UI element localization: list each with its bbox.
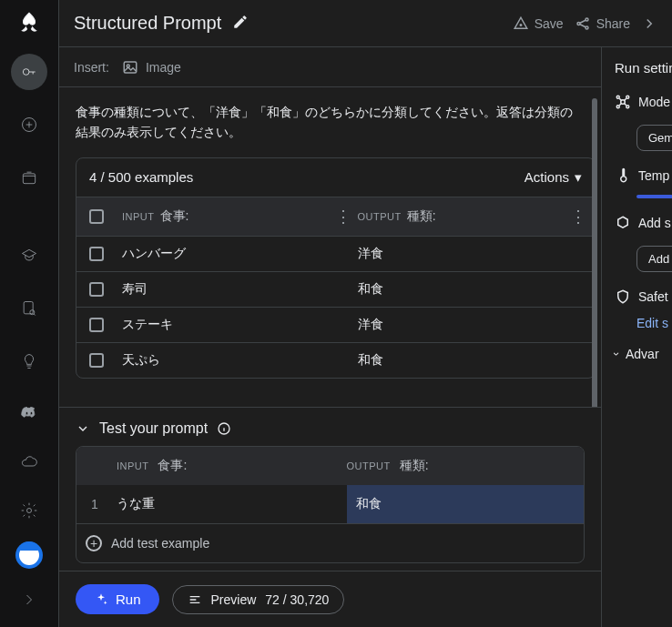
row-checkbox[interactable]: [89, 247, 104, 261]
insert-image-button[interactable]: Image: [122, 59, 181, 76]
nav-add-icon[interactable]: [11, 106, 47, 143]
example-output[interactable]: 和食: [352, 352, 570, 369]
examples-table: 4 / 500 examples Actions ▾ INPUT 食事:: [76, 157, 596, 379]
example-row[interactable]: ステーキ 洋食: [76, 307, 595, 342]
model-selector[interactable]: Gem: [636, 125, 672, 151]
chevron-icon: ›: [610, 352, 623, 356]
test-section: Test your prompt INPUT 食事: OUTPUT: [59, 407, 601, 571]
example-output[interactable]: 和食: [352, 281, 570, 298]
editor-area: Insert: Image 食事の種類について、「洋食」「和食」のどちらかに分類…: [59, 47, 601, 627]
advanced-label: Advar: [626, 347, 659, 361]
select-all-checkbox[interactable]: [89, 209, 104, 224]
insert-label: Insert:: [74, 60, 109, 75]
info-icon[interactable]: [217, 421, 231, 436]
run-bar: Run Preview 72 / 30,720: [59, 571, 601, 627]
test-row[interactable]: 1 うな重 和食: [76, 485, 584, 523]
test-input-cell[interactable]: うな重: [117, 496, 347, 512]
chevron-down-icon[interactable]: [76, 421, 90, 436]
nav-discord-icon[interactable]: [11, 396, 47, 432]
nav-lightbulb-icon[interactable]: [11, 343, 47, 379]
nav-key-icon[interactable]: [11, 54, 47, 90]
nav-archive-icon[interactable]: [11, 159, 47, 196]
page-title: Structured Prompt: [74, 13, 221, 34]
save-button[interactable]: Save: [513, 15, 564, 32]
share-button[interactable]: Share: [575, 15, 630, 32]
app-logo: [17, 11, 41, 37]
svg-point-0: [23, 69, 29, 76]
hexagon-icon: [615, 215, 631, 231]
svg-point-15: [626, 96, 629, 98]
nav-expand-icon[interactable]: [11, 581, 47, 618]
add-stop-button[interactable]: Add: [636, 246, 672, 272]
svg-point-5: [27, 509, 32, 513]
add-test-example-button[interactable]: + Add test example: [76, 523, 584, 562]
test-output-label: 種類:: [400, 458, 429, 472]
example-row[interactable]: 寿司 和食: [76, 271, 595, 307]
nav-settings-icon[interactable]: [11, 492, 47, 529]
settings-title: Run settin: [615, 60, 672, 76]
scrollbar-thumb[interactable]: [592, 98, 597, 407]
add-test-label: Add test example: [111, 536, 209, 551]
row-checkbox[interactable]: [89, 353, 104, 368]
examples-header-row: INPUT 食事: ⋮ OUTPUT 種類: ⋮: [76, 197, 595, 236]
actions-label: Actions: [524, 169, 569, 185]
example-row[interactable]: ハンバーグ 洋食: [76, 236, 595, 271]
examples-actions-menu[interactable]: Actions ▾: [524, 169, 582, 186]
share-label: Share: [596, 16, 630, 31]
nav-doc-search-icon[interactable]: [11, 290, 47, 327]
svg-rect-3: [24, 302, 33, 314]
test-output-cell: 和食: [347, 485, 585, 523]
edit-safety-link[interactable]: Edit s: [636, 316, 672, 330]
test-input-prefix: INPUT: [117, 460, 149, 471]
output-column-menu[interactable]: ⋮: [569, 207, 587, 227]
plus-icon: +: [86, 535, 102, 551]
example-input[interactable]: 寿司: [117, 281, 334, 298]
caret-down-icon: ▾: [575, 169, 582, 186]
preview-label: Preview: [211, 592, 257, 607]
test-input-label: 食事:: [158, 458, 187, 472]
svg-point-6: [520, 24, 522, 25]
advanced-toggle[interactable]: › Advar: [615, 347, 672, 361]
svg-point-16: [616, 106, 619, 108]
model-label: Mode: [638, 95, 670, 109]
nav-education-icon[interactable]: [11, 238, 47, 274]
input-column-label: 食事:: [160, 208, 189, 225]
shield-icon: [615, 288, 631, 305]
run-button[interactable]: Run: [76, 584, 159, 614]
svg-rect-10: [124, 62, 137, 73]
examples-count: 4 / 500 examples: [89, 169, 524, 185]
test-output-prefix: OUTPUT: [347, 460, 391, 471]
row-checkbox[interactable]: [89, 318, 104, 332]
token-count: 72 / 30,720: [265, 592, 329, 607]
example-input[interactable]: ハンバーグ: [117, 246, 334, 262]
main-panel: Structured Prompt Save Share Insert:: [58, 0, 672, 627]
insert-toolbar: Insert: Image: [59, 47, 601, 87]
test-table: INPUT 食事: OUTPUT 種類: 1 うな重 和食: [76, 446, 585, 563]
edit-title-button[interactable]: [232, 14, 249, 33]
safety-label: Safet: [638, 289, 668, 304]
temperature-slider[interactable]: [636, 195, 672, 198]
svg-point-14: [616, 96, 619, 98]
example-input[interactable]: ステーキ: [117, 317, 334, 333]
save-label: Save: [535, 16, 564, 31]
test-row-num: 1: [84, 497, 117, 511]
example-output[interactable]: 洋食: [352, 246, 570, 262]
prompt-text[interactable]: 食事の種類について、「洋食」「和食」のどちらかに分類してください。返答は分類の結…: [76, 102, 596, 143]
input-column-menu[interactable]: ⋮: [334, 207, 352, 227]
svg-point-7: [577, 22, 580, 25]
more-button[interactable]: [641, 15, 657, 32]
output-prefix: OUTPUT: [358, 211, 402, 222]
add-stop-label: Add s: [638, 216, 671, 230]
example-output[interactable]: 洋食: [352, 317, 570, 333]
example-row[interactable]: 天ぷら 和食: [76, 342, 595, 378]
left-nav-rail: [0, 0, 58, 627]
nav-cloud-icon[interactable]: [11, 443, 47, 480]
user-avatar[interactable]: [15, 541, 43, 569]
svg-point-8: [585, 18, 588, 21]
row-checkbox[interactable]: [89, 282, 104, 297]
preview-button[interactable]: Preview 72 / 30,720: [172, 585, 345, 614]
example-input[interactable]: 天ぷら: [117, 352, 334, 369]
run-settings-panel: Run settin Mode Gem Temp Add s Add: [601, 47, 672, 627]
svg-point-17: [626, 106, 629, 108]
thermometer-icon: [615, 167, 631, 184]
